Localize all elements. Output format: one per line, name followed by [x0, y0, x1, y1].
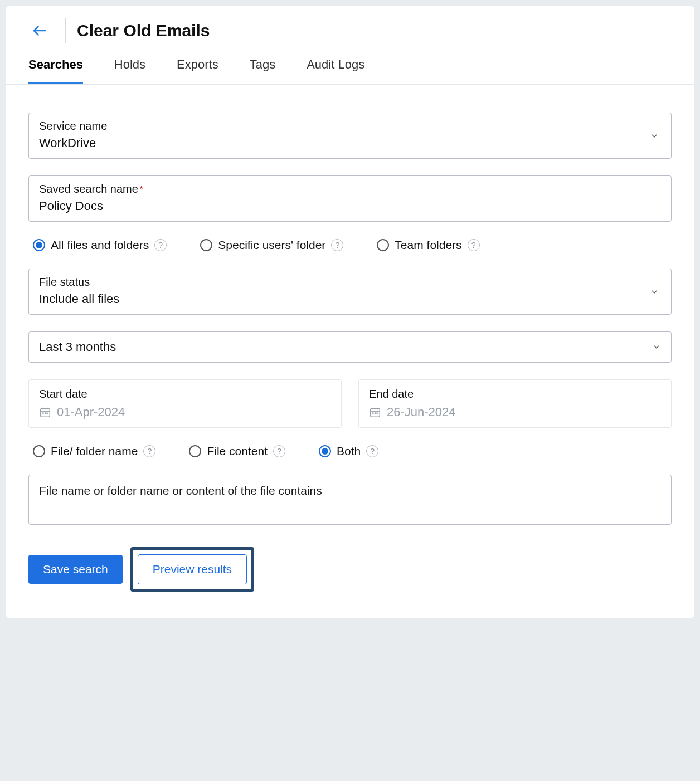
query-field[interactable]: [28, 475, 672, 525]
chevron-down-icon: [650, 131, 659, 140]
chevron-down-icon: [650, 287, 659, 296]
header-divider: [65, 18, 66, 43]
date-row: Start date 01-Apr-2024 End date 26-Jun-2…: [28, 379, 672, 428]
start-date-field[interactable]: Start date 01-Apr-2024: [28, 379, 342, 428]
service-name-select[interactable]: Service name WorkDrive: [28, 113, 672, 159]
help-icon[interactable]: ?: [366, 445, 378, 457]
arrow-left-icon: [31, 22, 48, 39]
radio-label: Team folders: [395, 238, 461, 252]
search-in-radio-group: File/ folder name ? File content ? Both …: [33, 445, 672, 458]
svg-point-14: [377, 413, 377, 413]
tab-audit-logs[interactable]: Audit Logs: [307, 57, 364, 84]
radio-team-folders[interactable]: Team folders ?: [377, 238, 479, 252]
header: Clear Old Emails: [6, 6, 694, 43]
radio-label: Specific users' folder: [218, 238, 325, 252]
end-date-label: End date: [369, 388, 661, 401]
save-search-button[interactable]: Save search: [28, 555, 123, 584]
start-date-value: 01-Apr-2024: [57, 405, 125, 419]
back-button[interactable]: [28, 19, 51, 42]
help-icon[interactable]: ?: [273, 445, 285, 457]
tab-exports[interactable]: Exports: [177, 57, 218, 84]
radio-specific-users[interactable]: Specific users' folder ?: [200, 238, 343, 252]
chevron-down-icon: [652, 343, 661, 352]
file-status-label: File status: [39, 276, 661, 289]
file-status-value: Include all files: [39, 292, 119, 306]
radio-icon: [33, 239, 45, 251]
help-icon[interactable]: ?: [331, 239, 343, 251]
radio-icon: [200, 239, 212, 251]
tabs: Searches Holds Exports Tags Audit Logs: [6, 43, 694, 85]
svg-point-13: [375, 413, 375, 413]
radio-file-content[interactable]: File content ?: [189, 445, 285, 458]
saved-search-name-input[interactable]: [39, 199, 661, 213]
radio-icon: [33, 445, 45, 457]
saved-search-name-label: Saved search name*: [39, 183, 661, 196]
radio-icon: [189, 445, 201, 457]
query-input[interactable]: [39, 484, 661, 497]
svg-point-6: [45, 413, 45, 413]
radio-label: All files and folders: [51, 238, 149, 252]
end-date-value: 26-Jun-2024: [387, 405, 456, 419]
svg-point-12: [373, 413, 373, 413]
start-date-label: Start date: [39, 388, 331, 401]
preview-highlight-frame: Preview results: [130, 547, 254, 592]
service-name-value: WorkDrive: [39, 136, 96, 150]
radio-both[interactable]: Both ?: [319, 445, 378, 458]
radio-icon: [319, 445, 331, 457]
svg-point-7: [47, 413, 47, 413]
preview-results-button[interactable]: Preview results: [138, 554, 247, 584]
date-range-select[interactable]: Last 3 months: [28, 331, 672, 363]
svg-point-5: [43, 413, 43, 413]
tab-searches[interactable]: Searches: [28, 57, 83, 84]
radio-label: File content: [207, 445, 268, 458]
date-range-value: Last 3 months: [39, 340, 116, 354]
tab-holds[interactable]: Holds: [114, 57, 145, 84]
saved-search-name-field[interactable]: Saved search name*: [28, 175, 672, 222]
file-status-select[interactable]: File status Include all files: [28, 269, 672, 315]
radio-file-folder-name[interactable]: File/ folder name ?: [33, 445, 155, 458]
help-icon[interactable]: ?: [468, 239, 480, 251]
required-asterisk: *: [139, 184, 143, 195]
app-window: Clear Old Emails Searches Holds Exports …: [6, 6, 694, 618]
help-icon[interactable]: ?: [143, 445, 155, 457]
radio-all-files[interactable]: All files and folders ?: [33, 238, 167, 252]
help-icon[interactable]: ?: [154, 239, 167, 251]
calendar-icon: [369, 406, 381, 418]
calendar-icon: [39, 406, 51, 418]
saved-search-label-text: Saved search name: [39, 183, 138, 195]
tab-tags[interactable]: Tags: [250, 57, 275, 84]
radio-icon: [377, 239, 389, 251]
radio-label: Both: [337, 445, 361, 458]
search-form: Service name WorkDrive Saved search name…: [6, 85, 694, 614]
radio-label: File/ folder name: [51, 445, 138, 458]
page-title: Clear Old Emails: [77, 21, 210, 40]
scope-radio-group: All files and folders ? Specific users' …: [33, 238, 672, 252]
end-date-field[interactable]: End date 26-Jun-2024: [358, 379, 672, 428]
service-name-label: Service name: [39, 120, 661, 133]
button-row: Save search Preview results: [28, 547, 672, 592]
